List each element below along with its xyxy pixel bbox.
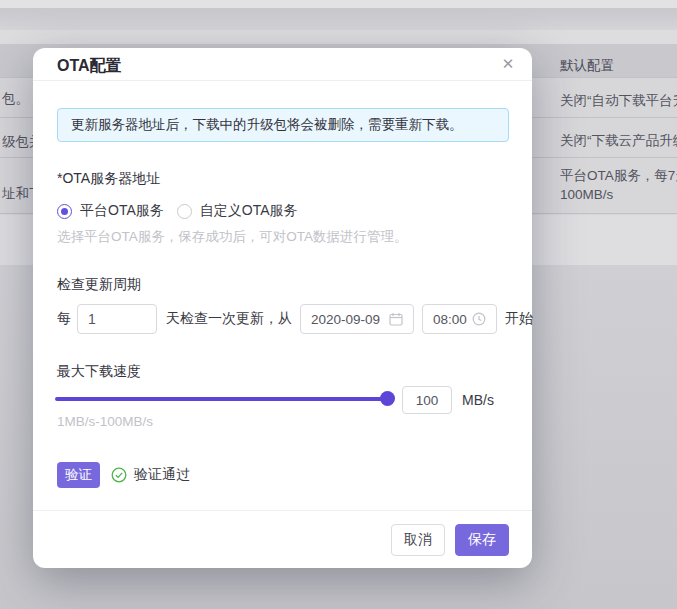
radio-platform-ota[interactable]: 平台OTA服务 — [57, 202, 164, 220]
speed-range-hint: 1MB/s-100MB/s — [57, 414, 153, 429]
radio-custom-ota[interactable]: 自定义OTA服务 — [177, 202, 298, 220]
radio-label[interactable]: 平台OTA服务 — [80, 202, 164, 220]
download-speed-slider-row: MB/s — [55, 385, 509, 415]
period-suffix: 开始 — [505, 310, 533, 328]
verify-row: 验证 验证通过 — [57, 462, 190, 488]
slider-handle[interactable] — [380, 391, 395, 406]
save-button[interactable]: 保存 — [455, 524, 509, 556]
time-picker[interactable]: 08:00 — [422, 304, 497, 334]
days-input[interactable] — [77, 304, 157, 334]
verify-status-text: 验证通过 — [134, 466, 190, 484]
info-alert: 更新服务器地址后，下载中的升级包将会被删除，需要重新下载。 — [57, 108, 509, 142]
check-period-label: 检查更新周期 — [57, 276, 141, 294]
slider-track[interactable] — [55, 397, 390, 401]
modal-footer: 取消 保存 — [33, 510, 532, 568]
modal-title: OTA配置 — [57, 56, 122, 77]
server-address-label: *OTA服务器地址 — [57, 170, 160, 188]
date-picker[interactable]: 2020-09-09 — [300, 304, 414, 334]
clock-icon — [472, 312, 486, 326]
max-speed-label: 最大下载速度 — [57, 363, 141, 381]
speed-unit: MB/s — [462, 385, 494, 415]
close-icon[interactable]: ✕ — [497, 53, 519, 75]
modal-header-divider — [33, 80, 532, 81]
period-prefix: 每 — [57, 310, 71, 328]
calendar-icon — [389, 312, 403, 326]
radio-unselected-icon[interactable] — [177, 204, 192, 219]
ota-config-modal: OTA配置 ✕ 更新服务器地址后，下载中的升级包将会被删除，需要重新下载。 *O… — [33, 48, 532, 568]
radio-selected-icon[interactable] — [57, 204, 72, 219]
check-period-row: 每 天检查一次更新，从 2020-09-09 08:00 开始 — [57, 304, 533, 334]
verify-button[interactable]: 验证 — [57, 462, 100, 488]
radio-label[interactable]: 自定义OTA服务 — [200, 202, 298, 220]
cancel-button[interactable]: 取消 — [391, 524, 445, 556]
server-section-hint: 选择平台OTA服务，保存成功后，可对OTA数据进行管理。 — [57, 228, 408, 246]
time-value[interactable]: 08:00 — [433, 312, 467, 327]
success-check-icon — [111, 467, 127, 483]
ota-service-radio-group: 平台OTA服务 自定义OTA服务 — [57, 202, 298, 220]
date-value[interactable]: 2020-09-09 — [311, 312, 380, 327]
speed-value-input[interactable] — [402, 386, 452, 414]
period-middle-text: 天检查一次更新，从 — [166, 310, 292, 328]
